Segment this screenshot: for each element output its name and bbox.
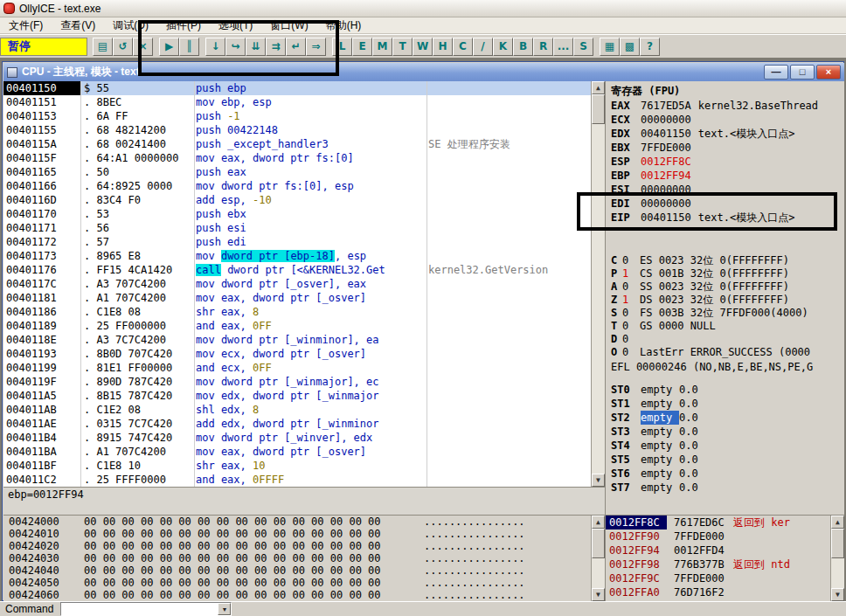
references-window-button[interactable]: R (533, 38, 553, 56)
threads-window-button[interactable]: T (392, 38, 413, 56)
registers-pane[interactable]: 寄存器 (FPU) EAX7617ED5Akernel32.BaseThread… (605, 81, 844, 515)
fpu-st6[interactable]: ST6empty0.0 (606, 467, 844, 481)
executables-window-button[interactable]: E (352, 38, 372, 56)
register-ecx[interactable]: ECX00000000 (606, 113, 844, 127)
windows-window-button[interactable]: W (413, 38, 433, 56)
disasm-row[interactable]: 00401170. 53push ebx (3, 207, 605, 221)
menu-item-view[interactable]: 查看(V) (52, 17, 104, 35)
stack-row[interactable]: 0012FF8C7617ED6C返回到 ker (606, 516, 844, 529)
disasm-row[interactable]: 00401153. 6A FFpush -1 (3, 109, 605, 123)
menu-item-help[interactable]: 帮助(H) (317, 17, 371, 35)
fpu-st4[interactable]: ST4empty0.0 (606, 439, 844, 453)
pause-button[interactable]: ║ (179, 38, 199, 56)
appearance-button[interactable]: ▩ (620, 38, 640, 56)
titlebar[interactable]: OllyICE - text.exe (0, 0, 846, 17)
fpu-st5[interactable]: ST5empty0.0 (606, 453, 844, 467)
disasm-row[interactable]: 004011AE. 0315 7C7C420add edx, dword ptr… (3, 417, 605, 431)
flag-p[interactable]: P1CS 001B 32位 0(FFFFFFFF) (606, 267, 844, 280)
disasm-row[interactable]: 004011BA. A1 707C4200mov eax, dword ptr … (3, 445, 605, 459)
register-eip[interactable]: EIP00401150text.<模块入口点> (606, 211, 844, 225)
run-button[interactable]: ▶ (159, 38, 179, 56)
disassembly-scrollbar[interactable]: ▲▼ (591, 81, 605, 487)
register-edi[interactable]: EDI00000000 (606, 197, 844, 211)
dump-row[interactable]: 0042406000 00 00 00 00 00 00 00 00 00 00… (3, 589, 605, 601)
menu-item-options[interactable]: 选项(T) (210, 17, 261, 35)
breakpoints-window-button[interactable]: B (513, 38, 533, 56)
scroll-down-icon[interactable]: ▼ (592, 588, 605, 601)
flag-t[interactable]: T0GS 0000 NULL (606, 320, 844, 333)
disasm-row[interactable]: 00401155. 68 48214200push 00422148 (3, 123, 605, 137)
menu-item-plugins[interactable]: 插件(P) (157, 17, 210, 35)
register-ebp[interactable]: EBP0012FF94 (606, 169, 844, 183)
disasm-row[interactable]: 00401189. 25 FF000000and eax, 0FF (3, 319, 605, 333)
disasm-row[interactable]: 0040115F. 64:A1 0000000mov eax, dword pt… (3, 151, 605, 165)
dump-row[interactable]: 0042405000 00 00 00 00 00 00 00 00 00 00… (3, 577, 605, 589)
combo-dropdown-icon[interactable]: ▼ (218, 603, 231, 615)
stack-row[interactable]: 0012FF98776B377B返回到 ntd (606, 557, 844, 571)
disasm-row[interactable]: 004011C2. 25 FFFF0000and eax, 0FFFF (3, 473, 605, 487)
register-esp[interactable]: ESP0012FF8C (606, 155, 844, 169)
register-edx[interactable]: EDX00401150text.<模块入口点> (606, 127, 844, 141)
disasm-row[interactable]: 00401165. 50push eax (3, 165, 605, 179)
stack-row[interactable]: 0012FF9C7FFDE000 (606, 571, 844, 585)
disasm-row[interactable]: 0040119F. 890D 787C420mov dword ptr [_wi… (3, 375, 605, 389)
scroll-down-icon[interactable]: ▼ (592, 474, 605, 487)
fpu-st2[interactable]: ST2empty0.0 (606, 411, 844, 425)
disasm-row[interactable]: 00401171. 56push esi (3, 221, 605, 235)
stack-row[interactable]: 0012FF907FFDE000 (606, 529, 844, 543)
dump-row[interactable]: 0042404000 00 00 00 00 00 00 00 00 00 00… (3, 564, 605, 577)
disasm-row[interactable]: 00401186. C1E8 08shr eax, 8 (3, 305, 605, 319)
flag-z[interactable]: Z1DS 0023 32位 0(FFFFFFFF) (606, 294, 844, 307)
call-stack-window-button[interactable]: K (493, 38, 513, 56)
cpu-window-button[interactable]: C (453, 38, 473, 56)
register-eax[interactable]: EAX7617ED5Akernel32.BaseThread (606, 99, 844, 113)
execute-till-return-button[interactable]: ↵ (286, 38, 306, 56)
scroll-thumb[interactable] (592, 529, 605, 558)
disasm-row[interactable]: 00401150$ 55push ebp (3, 81, 605, 95)
disassembly-pane[interactable]: 00401150$ 55push ebp00401151. 8BECmov eb… (3, 81, 605, 487)
menu-item-file[interactable]: 文件(F) (0, 17, 52, 35)
register-esi[interactable]: ESI00000000 (606, 183, 844, 197)
animate-over-button[interactable]: ⇉ (266, 38, 286, 56)
disasm-row[interactable]: 00401176. FF15 4CA1420call dword ptr [<&… (3, 263, 605, 277)
disasm-row[interactable]: 004011B4. 8915 747C420mov dword ptr [_wi… (3, 431, 605, 445)
flag-o[interactable]: O0LastErr ERROR_SUCCESS (0000 (606, 346, 844, 359)
debugging-options-button[interactable]: ▦ (600, 38, 620, 56)
dump-row[interactable]: 0042402000 00 00 00 00 00 00 00 00 00 00… (3, 540, 605, 552)
command-input[interactable]: ▼ (60, 602, 232, 616)
flag-s[interactable]: S0FS 003B 32位 7FFDF000(4000) (606, 307, 844, 320)
hex-dump-pane[interactable]: 0042400000 00 00 00 00 00 00 00 00 00 00… (3, 515, 605, 601)
source-window-button[interactable]: S (573, 38, 593, 56)
eflags-row[interactable]: EFL 00000246 (NO,NB,E,BE,NS,PE,G (611, 361, 813, 373)
stack-scrollbar[interactable]: ▲▼ (830, 516, 844, 601)
dump-row[interactable]: 0042401000 00 00 00 00 00 00 00 00 00 00… (3, 528, 605, 540)
scroll-up-icon[interactable]: ▲ (831, 516, 844, 529)
stack-row[interactable]: 0012FF940012FFD4 (606, 543, 844, 557)
dump-scrollbar[interactable]: ▲▼ (591, 516, 605, 601)
disasm-row[interactable]: 00401151. 8BECmov ebp, esp (3, 95, 605, 109)
fpu-st0[interactable]: ST0empty0.0 (606, 383, 844, 397)
memory-window-button[interactable]: M (372, 38, 392, 56)
cpu-maximize-button[interactable]: □ (790, 65, 815, 80)
dump-row[interactable]: 0042400000 00 00 00 00 00 00 00 00 00 00… (3, 516, 605, 528)
stack-row[interactable]: 0012FFA076D716F2 (606, 585, 844, 599)
scroll-up-icon[interactable]: ▲ (592, 516, 605, 529)
disasm-row[interactable]: 00401172. 57push edi (3, 235, 605, 249)
go-to-address-button[interactable]: ⇒ (306, 38, 326, 56)
help-button[interactable]: ? (640, 38, 660, 56)
disasm-row[interactable]: 0040115A. 68 00241400push _except_handle… (3, 137, 605, 151)
cpu-close-button[interactable]: × (816, 65, 841, 80)
flag-d[interactable]: D0 (606, 333, 844, 346)
register-ebx[interactable]: EBX7FFDE000 (606, 141, 844, 155)
animate-into-button[interactable]: ⇊ (246, 38, 266, 56)
fpu-st7[interactable]: ST7empty0.0 (606, 481, 844, 495)
disasm-row[interactable]: 004011AB. C1E2 08shl edx, 8 (3, 403, 605, 417)
cpu-window-titlebar[interactable]: CPU - 主线程, 模块 - text —□× (3, 63, 844, 81)
dump-row[interactable]: 0042403000 00 00 00 00 00 00 00 00 00 00… (3, 552, 605, 564)
scroll-up-icon[interactable]: ▲ (592, 81, 605, 94)
fpu-st3[interactable]: ST3empty0.0 (606, 425, 844, 439)
disasm-row[interactable]: 0040118E. A3 7C7C4200mov dword ptr [_win… (3, 333, 605, 347)
menu-item-debug[interactable]: 调试(D) (104, 17, 157, 35)
disasm-row[interactable]: 00401173. 8965 E8mov dword ptr [ebp-18],… (3, 249, 605, 263)
cpu-minimize-button[interactable]: — (764, 65, 788, 80)
